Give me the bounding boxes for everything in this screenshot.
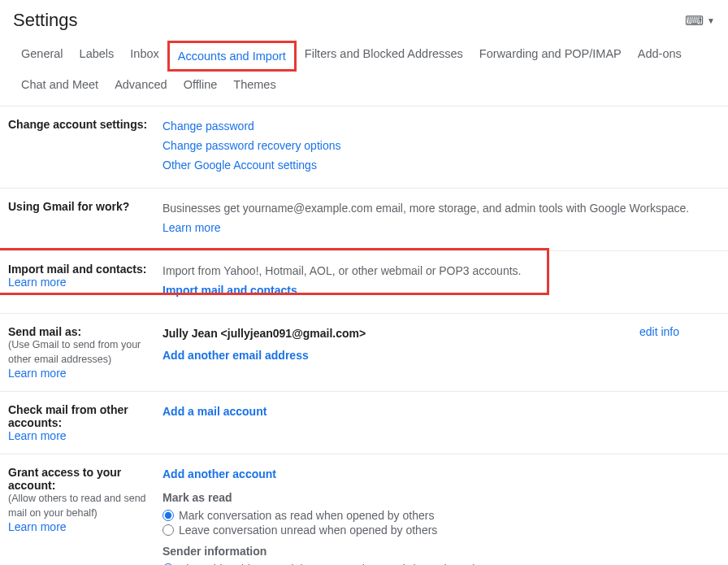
sub-grant-access: (Allow others to read and send mail on y… [8, 492, 154, 520]
label-send-as: Send mail as: [8, 325, 154, 338]
link-change-password[interactable]: Change password [162, 120, 254, 133]
radio-leave-unread[interactable] [162, 524, 174, 536]
text-send-as-identity: Jully Jean <jullyjean091@gmail.com> [162, 327, 366, 340]
tab-inbox[interactable]: Inbox [122, 41, 167, 72]
sub-send-as: (Use Gmail to send from your other email… [8, 338, 154, 367]
keyboard-icon: ⌨ [685, 13, 704, 28]
link-add-another-account[interactable]: Add another account [162, 467, 276, 480]
section-gmail-work: Using Gmail for work? Businesses get you… [0, 189, 728, 251]
tab-offline[interactable]: Offline [176, 72, 226, 98]
link-work-learn-more[interactable]: Learn more [162, 221, 221, 234]
page-title: Settings [13, 10, 78, 31]
section-change-account: Change account settings: Change password… [0, 106, 728, 189]
text-import-desc: Import from Yahoo!, Hotmail, AOL, or oth… [162, 263, 720, 280]
label-check-mail: Check mail from other accounts: [8, 403, 154, 429]
label-mark-as-read: Mark as read [162, 491, 720, 504]
link-check-mail-learn-more[interactable]: Learn more [8, 429, 67, 442]
tab-filters[interactable]: Filters and Blocked Addresses [297, 41, 471, 72]
tab-forwarding[interactable]: Forwarding and POP/IMAP [471, 41, 630, 72]
label-grant-access: Grant access to your account: [8, 466, 154, 492]
section-import: Import mail and contacts: Learn more Imp… [0, 251, 728, 314]
label-gmail-work: Using Gmail for work? [8, 200, 154, 213]
chevron-down-icon: ▼ [707, 16, 715, 25]
link-send-as-learn-more[interactable]: Learn more [8, 367, 67, 380]
label-change-account: Change account settings: [8, 118, 154, 131]
link-import-learn-more[interactable]: Learn more [8, 276, 67, 289]
link-recovery-options[interactable]: Change password recovery options [162, 139, 340, 152]
tab-chat-meet[interactable]: Chat and Meet [13, 72, 106, 98]
section-send-mail-as: Send mail as: (Use Gmail to send from yo… [0, 314, 728, 392]
settings-tabs: General Labels Inbox Accounts and Import… [0, 37, 728, 98]
label-mark-read-opt2[interactable]: Leave conversation unread when opened by… [179, 524, 437, 537]
label-import: Import mail and contacts: [8, 263, 154, 276]
tab-addons[interactable]: Add-ons [630, 41, 690, 72]
label-sender-info: Sender information [162, 545, 720, 558]
tab-advanced[interactable]: Advanced [106, 72, 176, 98]
label-mark-read-opt1[interactable]: Mark conversation as read when opened by… [179, 509, 434, 522]
text-workspace-desc: Businesses get yourname@example.com emai… [162, 200, 720, 217]
tab-labels[interactable]: Labels [72, 41, 123, 72]
input-tools-menu[interactable]: ⌨ ▼ [685, 13, 715, 28]
section-grant-access: Grant access to your account: (Allow oth… [0, 454, 728, 565]
radio-mark-read[interactable] [162, 510, 174, 521]
link-edit-info[interactable]: edit info [639, 325, 720, 338]
section-check-mail: Check mail from other accounts: Learn mo… [0, 392, 728, 454]
link-grant-learn-more[interactable]: Learn more [8, 520, 67, 533]
link-add-mail-account[interactable]: Add a mail account [162, 405, 266, 418]
link-import-mail-contacts[interactable]: Import mail and contacts [162, 284, 297, 297]
link-add-email-address[interactable]: Add another email address [162, 349, 309, 362]
link-other-settings[interactable]: Other Google Account settings [162, 159, 317, 172]
tab-themes[interactable]: Themes [225, 72, 284, 98]
tab-accounts-import[interactable]: Accounts and Import [167, 41, 297, 72]
tab-general[interactable]: General [13, 41, 72, 72]
